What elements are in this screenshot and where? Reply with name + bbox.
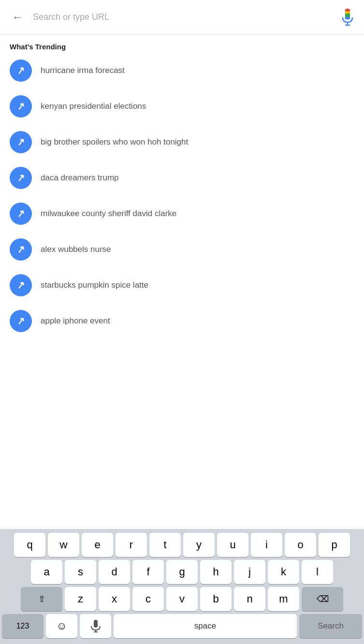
trending-arrow-icon: ↗	[16, 100, 26, 113]
trending-arrow-icon: ↗	[16, 136, 26, 149]
trending-item-text: alex wubbels nurse	[41, 245, 111, 254]
trending-icon-7: ↗	[10, 274, 32, 296]
trending-icon-6: ↗	[10, 238, 32, 261]
keyboard: q w e r t y u i o p a s d f g h j k l ⇧ …	[0, 529, 364, 644]
keyboard-row-2: a s d f g h j k l	[2, 560, 362, 584]
trending-item-text: hurricane irma forecast	[41, 66, 125, 75]
trending-arrow-icon: ↗	[16, 172, 26, 185]
browser-header: ← Search or type URL	[0, 0, 364, 35]
emoji-key[interactable]: ☺	[46, 614, 77, 638]
mic-key[interactable]	[80, 614, 111, 638]
key-n[interactable]: n	[234, 587, 265, 611]
trending-item-text: kenyan presidential elections	[41, 102, 146, 111]
list-item[interactable]: ↗ big brother spoilers who won hoh tonig…	[10, 124, 354, 160]
key-p[interactable]: p	[319, 533, 350, 557]
trending-arrow-icon: ↗	[16, 315, 26, 328]
key-h[interactable]: h	[200, 560, 232, 584]
list-item[interactable]: ↗ starbucks pumpkin spice latte	[10, 267, 354, 303]
key-z[interactable]: z	[65, 587, 96, 611]
key-a[interactable]: a	[31, 560, 62, 584]
trending-icon-1: ↗	[10, 59, 32, 82]
key-k[interactable]: k	[268, 560, 299, 584]
backspace-key[interactable]: ⌫	[302, 587, 343, 611]
svg-rect-5	[345, 9, 350, 11]
key-s[interactable]: s	[65, 560, 96, 584]
trending-list: ↗ hurricane irma forecast ↗ kenyan presi…	[10, 53, 354, 339]
voice-search-button[interactable]	[339, 9, 356, 26]
key-t[interactable]: t	[149, 533, 181, 557]
keyboard-row-4: 123 ☺ space Search	[2, 614, 362, 638]
trending-arrow-icon: ↗	[16, 64, 26, 77]
key-b[interactable]: b	[200, 587, 232, 611]
trending-item-text: daca dreamers trump	[41, 173, 119, 183]
list-item[interactable]: ↗ apple iphone event	[10, 303, 354, 339]
key-c[interactable]: c	[132, 587, 164, 611]
key-q[interactable]: q	[14, 533, 45, 557]
trending-icon-5: ↗	[10, 203, 32, 225]
trending-arrow-icon: ↗	[16, 279, 26, 292]
keyboard-row-1: q w e r t y u i o p	[2, 533, 362, 557]
key-i[interactable]: i	[251, 533, 282, 557]
trending-section: What's Trending ↗ hurricane irma forecas…	[0, 35, 364, 343]
trending-item-text: milwaukee county sheriff david clarke	[41, 209, 176, 219]
list-item[interactable]: ↗ kenyan presidential elections	[10, 88, 354, 124]
shift-key[interactable]: ⇧	[21, 587, 62, 611]
keyboard-row-3: ⇧ z x c v b n m ⌫	[2, 587, 362, 611]
trending-icon-2: ↗	[10, 95, 32, 117]
search-key[interactable]: Search	[299, 614, 362, 638]
key-g[interactable]: g	[166, 560, 198, 584]
svg-rect-7	[345, 14, 350, 17]
trending-icon-4: ↗	[10, 167, 32, 189]
trending-title: What's Trending	[10, 43, 354, 51]
svg-rect-6	[345, 11, 350, 14]
key-x[interactable]: x	[99, 587, 130, 611]
key-y[interactable]: y	[183, 533, 215, 557]
space-key[interactable]: space	[114, 614, 297, 638]
list-item[interactable]: ↗ alex wubbels nurse	[10, 232, 354, 267]
key-o[interactable]: o	[285, 533, 316, 557]
key-m[interactable]: m	[268, 587, 299, 611]
key-e[interactable]: e	[82, 533, 113, 557]
back-button[interactable]: ←	[8, 8, 27, 27]
key-l[interactable]: l	[302, 560, 333, 584]
key-d[interactable]: d	[99, 560, 130, 584]
trending-item-text: starbucks pumpkin spice latte	[41, 280, 148, 290]
search-placeholder-text: Search or type URL	[33, 12, 109, 22]
back-arrow-icon: ←	[12, 11, 23, 24]
search-bar[interactable]: Search or type URL	[33, 8, 333, 27]
microphone-icon	[341, 9, 354, 26]
trending-item-text: big brother spoilers who won hoh tonight	[41, 137, 188, 147]
svg-rect-8	[345, 17, 350, 19]
trending-item-text: apple iphone event	[41, 316, 110, 326]
trending-icon-3: ↗	[10, 131, 32, 153]
key-w[interactable]: w	[48, 533, 79, 557]
svg-rect-9	[94, 620, 98, 628]
trending-arrow-icon: ↗	[16, 207, 26, 220]
trending-icon-8: ↗	[10, 310, 32, 332]
key-f[interactable]: f	[132, 560, 164, 584]
list-item[interactable]: ↗ milwaukee county sheriff david clarke	[10, 196, 354, 232]
key-r[interactable]: r	[116, 533, 147, 557]
list-item[interactable]: ↗ hurricane irma forecast	[10, 53, 354, 88]
key-j[interactable]: j	[234, 560, 265, 584]
list-item[interactable]: ↗ daca dreamers trump	[10, 160, 354, 196]
numbers-key[interactable]: 123	[2, 614, 44, 638]
trending-arrow-icon: ↗	[16, 243, 26, 256]
key-u[interactable]: u	[217, 533, 248, 557]
key-v[interactable]: v	[166, 587, 198, 611]
